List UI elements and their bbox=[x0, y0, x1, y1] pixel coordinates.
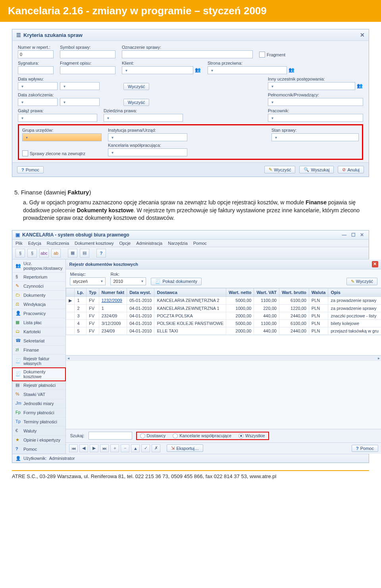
close-app-icon[interactable]: ✕ bbox=[358, 232, 366, 238]
col-typ[interactable]: Typ bbox=[86, 288, 99, 296]
inny-uczestnik-select[interactable] bbox=[268, 82, 355, 90]
rok-select[interactable]: 2010 bbox=[110, 277, 146, 285]
col-opis[interactable]: Opis bbox=[328, 288, 381, 296]
clear-filter-button[interactable]: ✎ Wyczyść bbox=[346, 278, 377, 285]
table-row[interactable]: 3FV2324/0904-01-2010POCZTA POLSKA2000,00… bbox=[66, 312, 381, 319]
menu-narzedzia[interactable]: Narzędzia bbox=[168, 241, 188, 246]
col-netto[interactable]: Wart. netto bbox=[226, 288, 254, 296]
col-numer[interactable]: Numer fakt bbox=[99, 288, 127, 296]
toolbar-btn-2[interactable]: § bbox=[27, 249, 37, 257]
data-zak-from[interactable] bbox=[18, 98, 58, 106]
nav-lista-plac[interactable]: ▦Lista płac bbox=[12, 318, 65, 327]
rec-prev[interactable]: ◀ bbox=[79, 444, 88, 452]
toolbar-btn-4[interactable]: ab bbox=[51, 249, 61, 257]
rec-edit[interactable]: ▲ bbox=[131, 444, 140, 452]
fragment-checkbox[interactable] bbox=[259, 52, 265, 58]
menu-plik[interactable]: Plik bbox=[15, 241, 23, 246]
numer-input[interactable] bbox=[18, 50, 54, 58]
menu-rozliczenia[interactable]: Rozliczenia bbox=[47, 241, 69, 246]
col-dostawca[interactable]: Dostawca bbox=[154, 288, 226, 296]
nav-kartoteki[interactable]: 🗂Kartoteki bbox=[12, 327, 65, 336]
col-data[interactable]: Data wyst. bbox=[127, 288, 154, 296]
strona-lookup-icon[interactable]: 👥 bbox=[288, 66, 295, 73]
nav-finanse[interactable]: złFinanse bbox=[12, 346, 65, 355]
miesiac-select[interactable]: styczeń bbox=[70, 277, 106, 285]
nav-jednostki-miary[interactable]: JmJednostki miary bbox=[12, 399, 65, 408]
nav-sekretariat[interactable]: ☎Sekretariat bbox=[12, 336, 65, 346]
sygnatura-input[interactable] bbox=[18, 66, 54, 74]
clear-date-zak-button[interactable]: Wyczyść bbox=[123, 99, 149, 106]
col-lp[interactable]: Lp. bbox=[75, 288, 87, 296]
rec-last[interactable]: ⏭ bbox=[100, 444, 109, 452]
galaz-select[interactable] bbox=[18, 114, 97, 122]
help-button[interactable]: ? Pomoc bbox=[17, 166, 44, 173]
clear-all-button[interactable]: ✎ Wyczyść bbox=[264, 166, 295, 173]
nav-formy-platnosci[interactable]: FpFormy płatności bbox=[12, 408, 65, 417]
nav-ucz-postepow[interactable]: 👥Ucz. postępow./dostawcy bbox=[12, 259, 65, 273]
rec-post[interactable]: ✓ bbox=[141, 444, 150, 452]
nav-dokumenty-kosztowe[interactable]: 🧾Dokumenty kosztowe bbox=[12, 368, 65, 381]
cancel-button[interactable]: ⊘ Anuluj bbox=[338, 166, 364, 173]
menu-opcje[interactable]: Opcje bbox=[119, 241, 131, 246]
rec-first[interactable]: ⏮ bbox=[69, 444, 78, 452]
oznaczenie-input[interactable] bbox=[122, 50, 253, 58]
grid-help-button[interactable]: ? Pomoc bbox=[352, 445, 378, 452]
fragment-opisu-input[interactable] bbox=[60, 66, 115, 74]
nav-stawki-vat[interactable]: %Stawki VAT bbox=[12, 390, 65, 399]
close-icon[interactable]: ✕ bbox=[360, 32, 365, 38]
nav-waluty[interactable]: €Waluty bbox=[12, 427, 65, 436]
radio-wszystkie[interactable]: Wszystkie bbox=[239, 433, 265, 438]
menu-dokument-kosztowy[interactable]: Dokument kosztowy bbox=[75, 241, 114, 246]
col-waluta[interactable]: Waluta bbox=[309, 288, 328, 296]
radio-kancelarie[interactable]: Kancelarie współpracujące bbox=[173, 433, 231, 438]
table-row[interactable]: ▶1FV1232/200905-01-2010KANCELARIA ZEWNĘT… bbox=[66, 296, 381, 304]
grupa-select[interactable] bbox=[22, 133, 102, 141]
horizontal-scrollbar[interactable]: ◂▸ bbox=[66, 355, 381, 361]
rec-next[interactable]: ▶ bbox=[90, 444, 98, 452]
pelnomocnik-select[interactable] bbox=[268, 98, 363, 106]
search-button[interactable]: 🔍 Wyszukaj bbox=[299, 166, 334, 173]
dziedzina-select[interactable] bbox=[104, 114, 183, 122]
footer-link[interactable]: www.atre.pl bbox=[250, 473, 276, 479]
nav-windykacja[interactable]: ⚖Windykacja bbox=[12, 300, 65, 309]
radio-dostawcy[interactable]: Dostawcy bbox=[140, 433, 166, 438]
table-row[interactable]: 2FV104-01-2010KANCELARIA ZEWNĘTRZNA 1100… bbox=[66, 304, 381, 312]
data-wplywu-from[interactable] bbox=[18, 82, 58, 90]
panel-close-icon[interactable]: ✕ bbox=[372, 261, 378, 267]
nav-pracownicy[interactable]: 👤Pracownicy bbox=[12, 309, 65, 318]
col-vat[interactable]: Wart. VAT bbox=[254, 288, 279, 296]
instytucja-select[interactable] bbox=[108, 133, 187, 141]
nav-opinie[interactable]: ★Opinie i ekspertyzy bbox=[12, 436, 65, 445]
symbol-input[interactable] bbox=[60, 50, 115, 58]
grid-search-input[interactable] bbox=[89, 432, 132, 440]
nav-dokumenty[interactable]: 🗀Dokumenty bbox=[12, 291, 65, 300]
clear-date-wplywu-button[interactable]: Wyczyść bbox=[123, 83, 149, 90]
rec-add[interactable]: ＋ bbox=[110, 444, 119, 452]
nav-czynnosci[interactable]: ✎Czynności bbox=[12, 282, 65, 291]
kanc-wsp-select[interactable] bbox=[108, 148, 187, 156]
rec-del[interactable]: － bbox=[121, 444, 129, 452]
show-docs-button[interactable]: 🧾 Pokaż dokumenty bbox=[151, 278, 201, 285]
data-zak-to[interactable] bbox=[60, 98, 100, 106]
strona-select[interactable] bbox=[208, 66, 287, 74]
sprawy-zlecone-checkbox[interactable] bbox=[22, 150, 28, 156]
klient-lookup-icon[interactable]: 👥 bbox=[194, 66, 201, 73]
nav-repertorium[interactable]: §Repertorium bbox=[12, 273, 65, 282]
table-row[interactable]: 4FV3/12/200904-01-2010POLSKIE KOLEJE PAŃ… bbox=[66, 319, 381, 327]
toolbar-btn-1[interactable]: § bbox=[15, 249, 25, 257]
toolbar-help-icon[interactable]: ? bbox=[96, 249, 106, 257]
rec-cancel[interactable]: ✗ bbox=[152, 444, 160, 452]
col-brutto[interactable]: Wart. brutto bbox=[279, 288, 309, 296]
klient-select[interactable] bbox=[122, 66, 193, 74]
export-button[interactable]: ⇲ Eksportuj… bbox=[167, 444, 203, 452]
inny-uczestnik-lookup-icon[interactable]: 👥 bbox=[356, 82, 363, 89]
nav-rejestr-faktur[interactable]: 🧾Rejestr faktur własnych bbox=[12, 355, 65, 368]
maximize-icon[interactable]: ☐ bbox=[350, 232, 357, 238]
menu-pomoc[interactable]: Pomoc bbox=[193, 241, 207, 246]
pracownik-select[interactable] bbox=[268, 114, 363, 122]
nav-pomoc[interactable]: ?Pomoc bbox=[12, 445, 65, 454]
toolbar-btn-3[interactable]: abc bbox=[39, 249, 49, 257]
data-wplywu-to[interactable] bbox=[60, 82, 100, 90]
minimize-icon[interactable]: — bbox=[340, 232, 348, 238]
stan-select[interactable] bbox=[271, 133, 359, 141]
